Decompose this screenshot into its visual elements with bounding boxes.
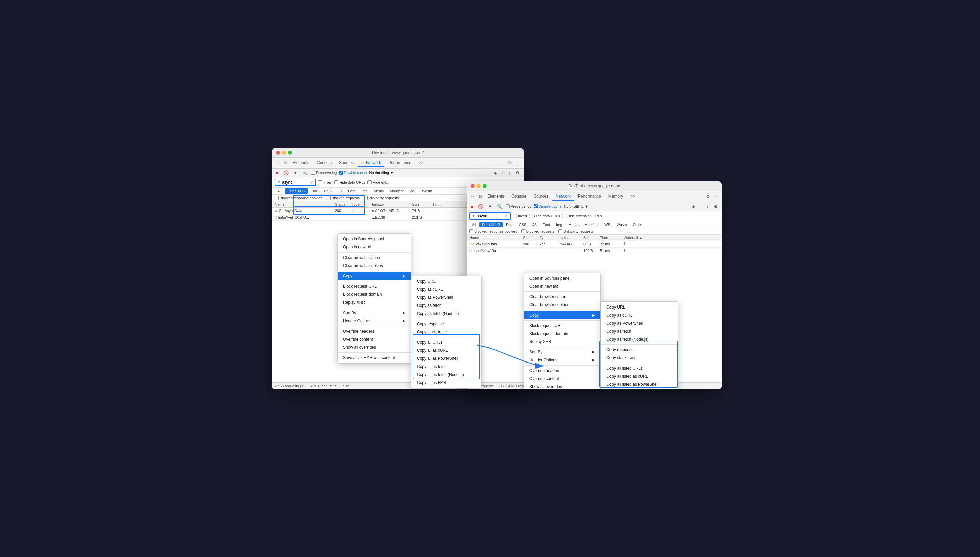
sub-copy-all-listed-urls-2[interactable]: Copy all listed URLs: [601, 364, 678, 372]
hide-ext-1[interactable]: Hide ext...: [368, 181, 389, 184]
blocked-cookies-1[interactable]: Blocked response cookies: [274, 196, 323, 200]
clear-search-2[interactable]: ✕: [505, 213, 508, 218]
chip-media-1[interactable]: Media: [371, 189, 386, 194]
chip-wasm-2[interactable]: Wasm: [614, 222, 630, 227]
filter-btn-1[interactable]: ▼: [292, 170, 299, 176]
chip-img-2[interactable]: Img: [554, 222, 565, 227]
menu-block-domain-1[interactable]: Block request domain: [338, 290, 411, 298]
chip-fetch-xhr-1[interactable]: Fetch/XHR: [284, 189, 308, 194]
wifi-icon-1[interactable]: ◈: [492, 170, 498, 176]
menu-open-tab-1[interactable]: Open in new tab: [338, 243, 411, 251]
download-icon-2[interactable]: ↓: [706, 203, 710, 210]
menu-open-tab-2[interactable]: Open in new tab: [524, 282, 600, 290]
tab-sources-2[interactable]: Sources: [530, 192, 552, 200]
chip-doc-2[interactable]: Doc: [503, 222, 516, 227]
menu-clear-cookies-1[interactable]: Clear browser cookies: [338, 262, 411, 270]
sub-copy-all-har-1[interactable]: Copy all as HAR: [412, 379, 481, 387]
tab-more-2[interactable]: >>: [627, 192, 639, 200]
tab-elements-2[interactable]: Elements: [484, 192, 508, 200]
cursor-icon[interactable]: ⊹: [274, 160, 281, 166]
menu-block-url-2[interactable]: Block request URL: [524, 322, 600, 330]
chip-js-1[interactable]: JS: [335, 189, 345, 194]
hide-ext-2[interactable]: Hide extension URLs: [562, 214, 602, 218]
tab-performance-1[interactable]: Performance: [385, 159, 415, 167]
chip-css-2[interactable]: CSS: [516, 222, 529, 227]
menu-replay-xhr-2[interactable]: Replay XHR: [524, 338, 600, 346]
clear-btn-2[interactable]: 🚫: [477, 203, 485, 210]
sub-copy-fetch-node-1[interactable]: Copy as fetch (Node.js): [412, 309, 481, 318]
hide-data-urls-1[interactable]: Hide data URLs: [334, 181, 366, 184]
menu-save-har-1[interactable]: Save all as HAR with content: [338, 354, 411, 362]
hide-data-urls-2[interactable]: Hide data URLs: [529, 214, 560, 218]
sub-copy-all-listed-curl-2[interactable]: Copy all listed as cURL: [601, 372, 678, 380]
menu-replay-xhr-1[interactable]: Replay XHR: [338, 298, 411, 306]
download-icon-1[interactable]: ↓: [508, 170, 513, 176]
chip-font-1[interactable]: Font: [345, 189, 358, 194]
record-btn-1[interactable]: ■: [274, 170, 280, 176]
sub-copy-all-listed-ps-2[interactable]: Copy all listed as PowerShell: [601, 380, 678, 388]
chip-other-2[interactable]: Other: [630, 222, 645, 227]
sub-copy-url-2[interactable]: Copy URL: [601, 303, 678, 311]
menu-override-content-2[interactable]: Override content: [524, 375, 600, 383]
close-button-1[interactable]: [276, 151, 280, 155]
close-button-2[interactable]: [470, 184, 475, 188]
maximize-button-2[interactable]: [483, 184, 487, 188]
chip-media-2[interactable]: Media: [565, 222, 581, 227]
layers-icon[interactable]: ⧉: [282, 160, 289, 166]
more-icon-1[interactable]: ⋮: [514, 160, 521, 166]
record-btn-2[interactable]: ■: [469, 203, 475, 210]
chip-manifest-2[interactable]: Manifest: [581, 222, 601, 227]
chip-manifest-1[interactable]: Manifest: [387, 189, 407, 194]
blocked-requests-2[interactable]: Blocked requests: [521, 230, 554, 233]
chip-ws-2[interactable]: WS: [602, 222, 613, 227]
menu-block-domain-2[interactable]: Block request domain: [524, 330, 600, 338]
wifi-icon-2[interactable]: ◈: [690, 203, 696, 210]
chip-js-2[interactable]: JS: [529, 222, 539, 227]
invert-check-2[interactable]: Invert: [513, 214, 527, 218]
menu-sort-by-1[interactable]: Sort By ▶: [338, 309, 411, 317]
menu-override-headers-2[interactable]: Override headers: [524, 366, 600, 375]
settings2-icon-2[interactable]: ⚙: [712, 203, 719, 210]
menu-copy-2[interactable]: Copy ▶: [524, 311, 600, 319]
menu-block-url-1[interactable]: Block request URL: [338, 282, 411, 290]
disable-cache-1[interactable]: Disable cache: [339, 171, 367, 175]
menu-open-sources-2[interactable]: Open in Sources panel: [524, 274, 600, 282]
chip-img-1[interactable]: Img: [359, 189, 370, 194]
menu-clear-cache-1[interactable]: Clear browser cache: [338, 254, 411, 262]
tab-network-1[interactable]: ⚠ Network: [358, 159, 384, 167]
search-btn-2[interactable]: 🔍: [496, 203, 504, 210]
menu-show-overrides-2[interactable]: Show all overrides: [524, 383, 600, 389]
table-row[interactable]: ⟳ GetAsyncData 200 xhr m-AAG... 68 B 22 …: [467, 241, 722, 248]
menu-sort-by-2[interactable]: Sort By ▶: [524, 348, 600, 356]
settings-icon-1[interactable]: ⚙: [507, 160, 513, 166]
throttle-1[interactable]: No throttling ▼: [369, 171, 394, 175]
chip-ws-1[interactable]: WS: [407, 189, 418, 194]
sub-copy-all-curl-1[interactable]: Copy all as cURL: [412, 347, 481, 355]
tab-sources-1[interactable]: Sources: [336, 159, 357, 167]
sub-copy-curl-2[interactable]: Copy as cURL: [601, 311, 678, 319]
chip-font-2[interactable]: Font: [540, 222, 553, 227]
search-input-2[interactable]: [477, 213, 503, 218]
menu-open-sources-1[interactable]: Open in Sources panel: [338, 235, 411, 243]
sub-copy-all-urls-1[interactable]: Copy all URLs: [412, 338, 481, 347]
third-party-2[interactable]: 3rd-party requests: [559, 230, 593, 233]
menu-override-headers-1[interactable]: Override headers: [338, 327, 411, 336]
tab-console-1[interactable]: Console: [314, 159, 335, 167]
tab-network-2[interactable]: Network: [552, 192, 574, 200]
sub-copy-stack-1[interactable]: Copy stack trace: [412, 328, 481, 336]
third-party-1[interactable]: 3rd-party requests: [364, 196, 399, 200]
menu-header-options-2[interactable]: Header Options ▶: [524, 356, 600, 364]
chip-all-2[interactable]: All: [469, 222, 479, 227]
sub-copy-fetch-1[interactable]: Copy as fetch: [412, 301, 481, 309]
maximize-button-1[interactable]: [288, 151, 292, 155]
sub-copy-url-1[interactable]: Copy URL: [412, 277, 481, 285]
sub-copy-response-1[interactable]: Copy response: [412, 320, 481, 328]
clear-btn-1[interactable]: 🚫: [282, 170, 290, 176]
filter-btn-2[interactable]: ▼: [487, 203, 494, 210]
tab-performance-2[interactable]: Performance: [575, 192, 604, 200]
menu-clear-cache-2[interactable]: Clear browser cache: [524, 293, 600, 301]
preserve-log-1[interactable]: Preserve log: [311, 171, 337, 175]
settings-icon-2[interactable]: ⚙: [705, 193, 712, 200]
sub-copy-all-ps-1[interactable]: Copy all as PowerShell: [412, 355, 481, 363]
blocked-cookies-2[interactable]: Blocked response cookies: [469, 230, 517, 233]
